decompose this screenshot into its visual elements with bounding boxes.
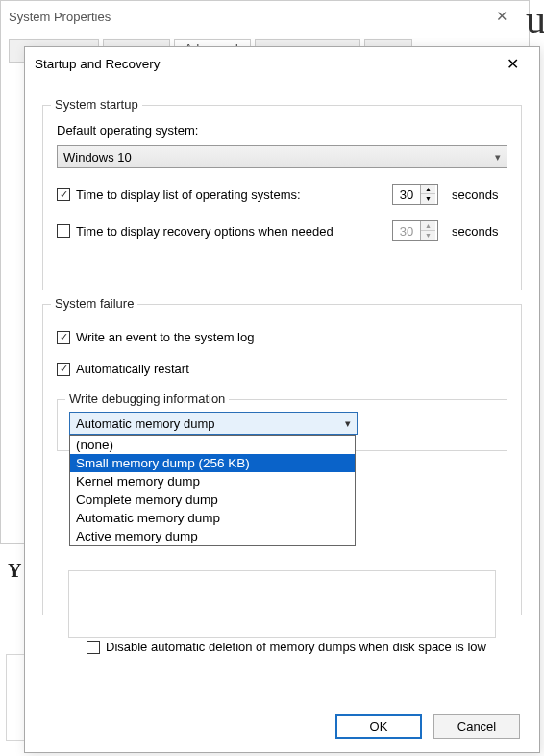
write-event-checkbox[interactable] [57, 331, 70, 344]
auto-restart-label: Automatically restart [76, 362, 189, 376]
seconds-unit: seconds [452, 188, 507, 202]
debug-info-label: Write debugging information [65, 391, 229, 406]
spin-down-icon: ▼ [421, 231, 435, 240]
back-titlebar: System Properties ✕ [1, 1, 529, 32]
back-window-title: System Properties [9, 10, 482, 24]
display-list-label: Time to display list of operating system… [76, 188, 386, 202]
disable-auto-delete-row: Disable automatic deletion of memory dum… [87, 640, 514, 654]
combo-option[interactable]: (none) [70, 436, 355, 454]
close-icon[interactable]: ✕ [495, 55, 530, 73]
seconds-unit: seconds [452, 224, 507, 239]
background-glyph-u: u [526, 0, 544, 42]
system-failure-label: System failure [51, 296, 137, 311]
startup-recovery-dialog: Startup and Recovery ✕ System startup De… [24, 46, 540, 753]
combo-option[interactable]: Automatic memory dump [70, 509, 355, 527]
debug-info-combo-list[interactable]: (none)Small memory dump (256 KB)Kernel m… [69, 435, 356, 546]
background-glyph-y: Y [8, 560, 21, 582]
dialog-title: Startup and Recovery [35, 57, 495, 71]
write-event-label: Write an event to the system log [76, 330, 254, 344]
default-os-label: Default operating system: [57, 123, 507, 138]
spin-up-icon[interactable]: ▲ [421, 185, 435, 194]
default-os-select[interactable]: Windows 10 ▾ [57, 145, 507, 168]
combo-option[interactable]: Complete memory dump [70, 491, 355, 509]
display-list-seconds-input[interactable] [393, 187, 420, 203]
debug-info-group: Write debugging information Automatic me… [57, 399, 507, 451]
cancel-button[interactable]: Cancel [433, 714, 520, 739]
default-os-value: Windows 10 [63, 150, 132, 164]
hidden-group-border [68, 570, 496, 638]
disable-auto-delete-checkbox[interactable] [87, 641, 100, 654]
recovery-options-label: Time to display recovery options when ne… [76, 224, 386, 239]
display-list-checkbox[interactable] [57, 188, 70, 201]
disable-auto-delete-label: Disable automatic deletion of memory dum… [106, 640, 486, 654]
close-icon[interactable]: ✕ [482, 8, 521, 25]
system-failure-group: System failure Write an event to the sys… [42, 304, 522, 615]
auto-restart-checkbox[interactable] [57, 363, 70, 376]
system-startup-group: System startup Default operating system:… [42, 105, 522, 290]
chevron-down-icon: ▾ [345, 417, 351, 430]
system-startup-label: System startup [51, 97, 142, 112]
recovery-seconds-spinner: ▲ ▼ [392, 220, 438, 241]
ok-button[interactable]: OK [335, 714, 422, 739]
combo-option[interactable]: Small memory dump (256 KB) [70, 454, 355, 472]
recovery-options-checkbox[interactable] [57, 224, 70, 238]
display-list-seconds-spinner[interactable]: ▲ ▼ [392, 184, 438, 205]
debug-info-combo-value: Automatic memory dump [76, 416, 215, 431]
recovery-seconds-input [393, 223, 420, 239]
combo-option[interactable]: Kernel memory dump [70, 472, 355, 491]
debug-info-combo[interactable]: Automatic memory dump ▾ [69, 412, 358, 435]
chevron-down-icon: ▾ [495, 151, 501, 164]
spin-up-icon: ▲ [421, 221, 435, 231]
dialog-button-row: OK Cancel [335, 714, 520, 739]
dialog-titlebar: Startup and Recovery ✕ [25, 47, 539, 80]
combo-option[interactable]: Active memory dump [70, 527, 355, 545]
spin-down-icon[interactable]: ▼ [421, 194, 435, 204]
